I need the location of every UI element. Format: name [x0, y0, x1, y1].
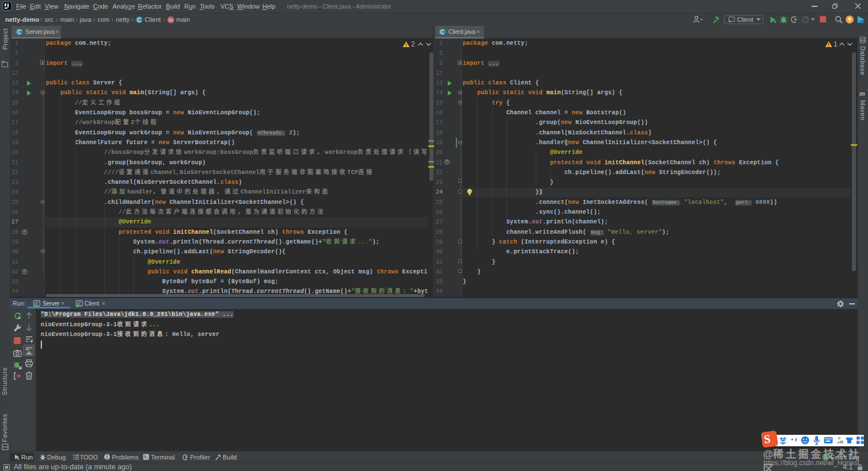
svg-text:m: m [169, 17, 173, 23]
